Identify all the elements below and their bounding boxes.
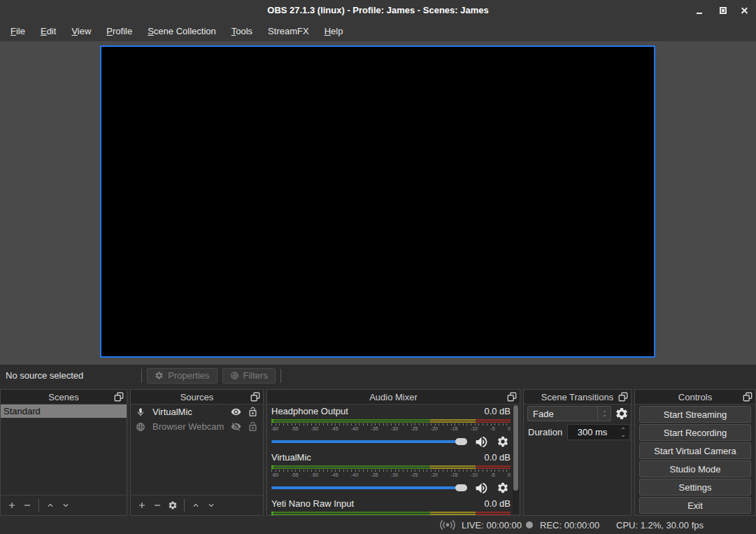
obs-window: OBS 27.1.3 (linux) - Profile: James - Sc… (0, 0, 756, 534)
remove-source-button[interactable] (150, 498, 165, 513)
rec-time: REC: 00:00:00 (540, 516, 599, 534)
start-streaming-button[interactable]: Start Streaming (639, 406, 751, 423)
menu-streamfx[interactable]: StreamFX (260, 23, 317, 39)
minus-icon (22, 500, 32, 510)
audio-mixer-header: Audio Mixer (267, 390, 520, 405)
lock-open-icon[interactable] (248, 421, 258, 432)
volume-slider-handle[interactable] (455, 484, 467, 491)
meter-scale-label: -45 (331, 426, 338, 432)
mixer-scrollbar[interactable] (513, 405, 519, 514)
remove-scene-button[interactable] (20, 498, 35, 513)
studio-mode-button[interactable]: Studio Mode (639, 461, 751, 477)
popout-icon[interactable] (250, 392, 260, 402)
minus-icon (152, 500, 162, 510)
preview-canvas[interactable] (100, 45, 655, 358)
volume-slider[interactable] (271, 435, 467, 448)
meter-scale-label: -5 (490, 426, 494, 432)
menu-file[interactable]: File (3, 23, 33, 39)
mixer-row-virtualmic: VirtualMic 0.0 dB -60-55-50-45-40-35-30-… (271, 452, 511, 494)
filter-icon (230, 371, 239, 380)
menu-view[interactable]: View (64, 23, 99, 39)
maximize-button[interactable] (714, 0, 732, 21)
controls-header: Controls (635, 390, 755, 405)
scene-down-button[interactable] (58, 498, 73, 513)
mixer-scrollbar-thumb[interactable] (513, 405, 518, 491)
volume-meter (271, 419, 511, 421)
title-bar: OBS 27.1.3 (linux) - Profile: James - Sc… (0, 0, 756, 21)
menu-help[interactable]: Help (317, 23, 351, 39)
duration-increase-button[interactable] (617, 425, 629, 433)
speaker-icon[interactable] (474, 435, 489, 449)
mic-icon (136, 407, 145, 417)
start-recording-button[interactable]: Start Recording (639, 424, 751, 441)
meter-scale-label: -55 (291, 426, 298, 432)
toolbar-separator (280, 369, 281, 383)
scene-item-standard[interactable]: Standard (1, 405, 127, 418)
speaker-icon[interactable] (474, 481, 489, 496)
volume-slider[interactable] (271, 482, 467, 494)
transition-select[interactable]: Fade (527, 406, 611, 421)
scene-transitions-header: Scene Transitions (524, 390, 631, 405)
eye-icon[interactable] (231, 407, 241, 417)
source-properties-button[interactable] (165, 498, 180, 513)
meter-scale-label: -35 (371, 472, 378, 478)
menu-profile[interactable]: Profile (99, 23, 140, 39)
minimize-button[interactable] (690, 0, 708, 21)
settings-button[interactable]: Settings (639, 479, 751, 496)
filters-label: Filters (243, 370, 268, 381)
source-row-virtualmic[interactable]: VirtualMic (131, 405, 263, 419)
volume-slider-track (271, 486, 467, 489)
volume-slider-handle[interactable] (455, 438, 467, 445)
scene-up-button[interactable] (43, 498, 58, 513)
popout-icon[interactable] (743, 392, 753, 402)
menu-tools[interactable]: Tools (224, 23, 260, 39)
meter-scale-label: -25 (411, 426, 418, 432)
source-up-button[interactable] (188, 498, 204, 513)
gear-icon (168, 500, 178, 510)
meter-scale: -60-55-50-45-40-35-30-25-20-15-10-50 (271, 426, 511, 432)
chevron-down-icon (61, 500, 71, 510)
plus-icon (7, 500, 17, 510)
meter-scale-label: -55 (291, 472, 298, 478)
duration-spinbox[interactable]: 300 ms (567, 424, 630, 440)
mixer-source-name: Headphone Output (271, 406, 348, 417)
preview-area (0, 41, 756, 365)
source-toolbar: No source selected Properties Filters (0, 365, 756, 386)
transition-select-spinner[interactable] (597, 407, 611, 421)
gear-icon[interactable] (497, 435, 509, 448)
properties-button[interactable]: Properties (147, 368, 217, 384)
mixer-level-db: 0.0 dB (484, 498, 511, 510)
source-down-button[interactable] (204, 498, 219, 513)
source-name: VirtualMic (152, 407, 192, 417)
record-dot-icon (526, 516, 533, 534)
audio-mixer-title: Audio Mixer (369, 392, 418, 402)
globe-icon (136, 422, 145, 432)
menu-edit[interactable]: Edit (33, 23, 64, 39)
popout-icon[interactable] (114, 392, 124, 402)
duration-decrease-button[interactable] (617, 433, 629, 440)
popout-icon[interactable] (507, 392, 517, 402)
menu-scene-collection[interactable]: Scene Collection (140, 23, 224, 39)
scene-transitions-title: Scene Transitions (541, 392, 613, 402)
lock-open-icon[interactable] (248, 407, 258, 417)
add-source-button[interactable] (134, 498, 150, 513)
mixer-row-headphone-output: Headphone Output 0.0 dB -60-55-50-45-40-… (271, 406, 511, 448)
start-virtual-camera-button[interactable]: Start Virtual Camera (639, 442, 751, 459)
popout-icon[interactable] (618, 392, 628, 402)
close-icon (741, 7, 748, 15)
meter-scale-label: -20 (431, 472, 438, 478)
controls-title: Controls (678, 392, 712, 402)
filters-button[interactable]: Filters (222, 368, 276, 384)
eye-off-icon[interactable] (231, 421, 241, 432)
meter-scale-label: 0 (508, 472, 511, 478)
toolbar-separator (184, 499, 185, 512)
volume-meter (271, 465, 511, 467)
gear-icon[interactable] (497, 482, 509, 494)
source-row-browser-webcam[interactable]: Browser Webcam (131, 419, 263, 434)
transition-gear-button[interactable] (614, 406, 629, 421)
add-scene-button[interactable] (4, 498, 20, 513)
chevron-down-icon (206, 500, 216, 510)
exit-button[interactable]: Exit (639, 497, 751, 514)
gear-icon (155, 371, 164, 380)
close-button[interactable] (735, 0, 753, 21)
